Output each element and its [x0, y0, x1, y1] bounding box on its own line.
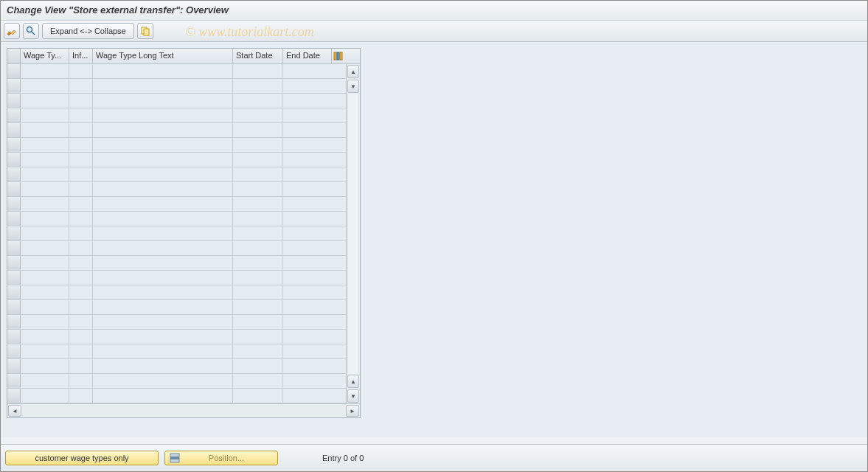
cell-end-date[interactable] [283, 94, 332, 108]
cell-infotype[interactable] [69, 123, 93, 137]
row-selector[interactable] [7, 153, 21, 167]
row-selector[interactable] [7, 241, 21, 255]
cell-infotype[interactable] [69, 212, 93, 226]
vertical-scrollbar[interactable]: ▲ ▼ ▲ ▼ [346, 64, 360, 403]
cell-start-date[interactable] [233, 344, 283, 358]
table-row[interactable] [7, 167, 346, 182]
cell-end-date[interactable] [283, 256, 332, 270]
cell-start-date[interactable] [233, 374, 283, 388]
cell-start-date[interactable] [233, 226, 283, 240]
cell-wage-type[interactable] [21, 241, 69, 255]
row-selector[interactable] [7, 389, 21, 403]
toggle-change-button[interactable] [4, 23, 20, 39]
cell-end-date[interactable] [283, 138, 332, 152]
cell-long-text[interactable] [93, 330, 233, 344]
table-row[interactable] [7, 330, 346, 344]
cell-wage-type[interactable] [21, 138, 69, 152]
cell-infotype[interactable] [69, 300, 93, 314]
cell-end-date[interactable] [283, 285, 332, 299]
cell-start-date[interactable] [233, 271, 283, 285]
cell-wage-type[interactable] [21, 344, 69, 358]
table-row[interactable] [7, 94, 346, 108]
table-row[interactable] [7, 315, 346, 330]
row-selector[interactable] [7, 123, 21, 137]
table-row[interactable] [7, 182, 346, 197]
cell-long-text[interactable] [93, 315, 233, 329]
row-selector[interactable] [7, 300, 21, 314]
cell-infotype[interactable] [69, 153, 93, 167]
cell-infotype[interactable] [69, 182, 93, 196]
cell-wage-type[interactable] [21, 271, 69, 285]
row-selector[interactable] [7, 64, 21, 78]
configure-columns-button[interactable] [332, 49, 345, 63]
cell-end-date[interactable] [283, 64, 332, 78]
cell-long-text[interactable] [93, 108, 233, 122]
col-end-date[interactable]: End Date [283, 49, 332, 63]
row-selector[interactable] [7, 374, 21, 388]
cell-long-text[interactable] [93, 123, 233, 137]
cell-wage-type[interactable] [21, 226, 69, 240]
cell-long-text[interactable] [93, 285, 233, 299]
col-wage-type[interactable]: Wage Ty... [21, 49, 69, 63]
table-row[interactable] [7, 285, 346, 300]
cell-start-date[interactable] [233, 182, 283, 196]
cell-long-text[interactable] [93, 359, 233, 373]
scroll-down-step-icon[interactable]: ▼ [347, 80, 359, 93]
cell-end-date[interactable] [283, 123, 332, 137]
cell-end-date[interactable] [283, 212, 332, 226]
cell-wage-type[interactable] [21, 389, 69, 403]
scroll-up-arrow-icon[interactable]: ▲ [347, 65, 359, 78]
cell-long-text[interactable] [93, 226, 233, 240]
cell-wage-type[interactable] [21, 64, 69, 78]
table-row[interactable] [7, 256, 346, 271]
hscroll-track[interactable] [22, 405, 345, 417]
table-row[interactable] [7, 374, 346, 389]
cell-start-date[interactable] [233, 153, 283, 167]
cell-long-text[interactable] [93, 64, 233, 78]
cell-end-date[interactable] [283, 167, 332, 181]
cell-long-text[interactable] [93, 300, 233, 314]
cell-infotype[interactable] [69, 94, 93, 108]
cell-long-text[interactable] [93, 256, 233, 270]
col-infotype[interactable]: Inf... [69, 49, 93, 63]
scroll-down-arrow-icon[interactable]: ▼ [347, 389, 359, 403]
cell-wage-type[interactable] [21, 315, 69, 329]
scroll-left-arrow-icon[interactable]: ◄ [8, 405, 21, 417]
cell-infotype[interactable] [69, 241, 93, 255]
cell-long-text[interactable] [93, 79, 233, 93]
cell-wage-type[interactable] [21, 359, 69, 373]
cell-end-date[interactable] [283, 330, 332, 344]
cell-long-text[interactable] [93, 94, 233, 108]
cell-wage-type[interactable] [21, 182, 69, 196]
cell-end-date[interactable] [283, 153, 332, 167]
col-long-text[interactable]: Wage Type Long Text [93, 49, 233, 63]
expand-collapse-button[interactable]: Expand <-> Collapse [42, 23, 134, 39]
row-selector[interactable] [7, 226, 21, 240]
row-selector[interactable] [7, 167, 21, 181]
cell-end-date[interactable] [283, 344, 332, 358]
cell-wage-type[interactable] [21, 285, 69, 299]
cell-long-text[interactable] [93, 182, 233, 196]
cell-long-text[interactable] [93, 167, 233, 181]
table-row[interactable] [7, 241, 346, 256]
row-selector[interactable] [7, 359, 21, 373]
cell-start-date[interactable] [233, 138, 283, 152]
cell-infotype[interactable] [69, 226, 93, 240]
horizontal-scrollbar[interactable]: ◄ ► [7, 403, 360, 417]
select-all-header[interactable] [7, 49, 21, 63]
table-row[interactable] [7, 64, 346, 79]
cell-long-text[interactable] [93, 153, 233, 167]
row-selector[interactable] [7, 108, 21, 122]
cell-end-date[interactable] [283, 226, 332, 240]
cell-start-date[interactable] [233, 94, 283, 108]
table-row[interactable] [7, 197, 346, 212]
cell-infotype[interactable] [69, 374, 93, 388]
cell-start-date[interactable] [233, 300, 283, 314]
table-row[interactable] [7, 226, 346, 241]
cell-wage-type[interactable] [21, 167, 69, 181]
cell-long-text[interactable] [93, 374, 233, 388]
cell-start-date[interactable] [233, 79, 283, 93]
cell-end-date[interactable] [283, 315, 332, 329]
cell-wage-type[interactable] [21, 300, 69, 314]
table-row[interactable] [7, 344, 346, 359]
